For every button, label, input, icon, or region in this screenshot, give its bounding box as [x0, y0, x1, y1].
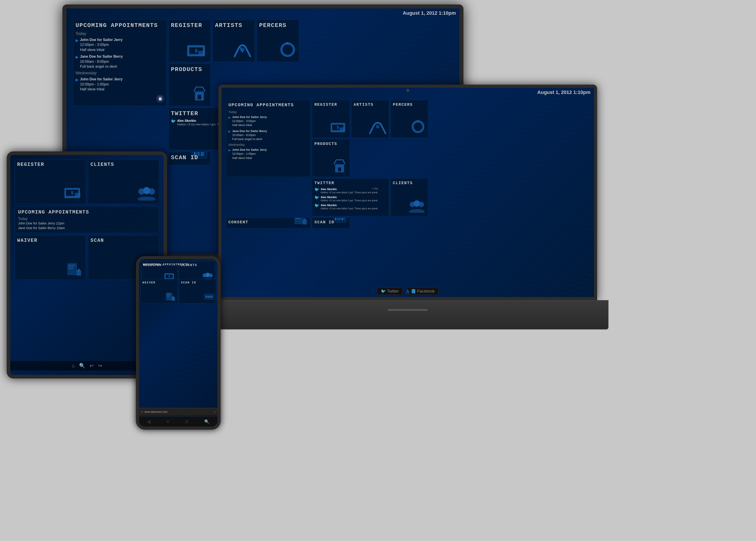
svg-rect-36 [295, 218, 300, 219]
svg-rect-17 [199, 152, 200, 156]
scroll-indicator[interactable]: ∧ [406, 288, 410, 295]
lap-arrow-2: ▶ [228, 130, 231, 133]
tab-register-icon: $ [63, 186, 83, 202]
svg-rect-86 [208, 295, 209, 298]
svg-text:$: $ [168, 275, 170, 278]
tab-appt-title: Upcoming Appointments [18, 210, 156, 215]
tab-register-title: Register [17, 162, 44, 168]
svg-point-24 [376, 125, 379, 129]
lap-register-title: Register [314, 102, 337, 107]
laptop-percers-tile[interactable]: Percers [390, 100, 428, 138]
laptop-products-tile[interactable]: Products [312, 139, 350, 177]
tablet-waiver-tile[interactable]: Waiver [15, 235, 86, 280]
lap-percers-icon [410, 119, 426, 135]
phone-url: www.tattoozen.com [144, 410, 168, 413]
twitter-footer-label: Twitter [387, 289, 399, 294]
appt-item-2: ▶ Jane Doe for Sailor Berry 10:00am - 8:… [76, 54, 123, 69]
monitor-appointments-tile[interactable]: Upcoming Appointments Today ▶ John Doe f… [73, 20, 167, 106]
tablet-register-tile[interactable]: Register $ [15, 160, 86, 204]
percers-title: Percers [259, 22, 287, 29]
tab-forward-icon[interactable]: ↪ [98, 363, 102, 369]
lap-products-title: Products [314, 142, 337, 146]
lap-wednesday: Wednesday [228, 143, 245, 147]
appt-text-1: John Doe for Sailor Jerry 12:00pm - 3:00… [80, 37, 123, 52]
ph-apps-icon[interactable]: □ [186, 419, 188, 424]
appt-item-1: ▶ John Doe for Sailor Jerry 12:00pm - 3:… [76, 37, 123, 52]
percers-icon [279, 41, 297, 59]
svg-text:$: $ [71, 190, 73, 195]
appointments-icon: ⏰ [156, 94, 165, 104]
tablet-appointments-tile[interactable]: Upcoming Appointments Today John Doe for… [15, 206, 159, 233]
svg-rect-57 [68, 267, 74, 267]
svg-rect-42 [337, 218, 338, 221]
tab-scan-title: Scan [90, 238, 104, 243]
ph-home-icon[interactable]: ○ [167, 419, 169, 424]
monitor-timestamp: August 1, 2012 1:10pm [403, 10, 456, 16]
tab-waiver-title: Waiver [17, 238, 37, 243]
lap-appt-3: ▶ John Doe for Sailor Jerry 10:00pm - 1:… [228, 148, 267, 160]
svg-rect-60 [78, 269, 80, 271]
phone-waiver-tile[interactable]: Waiver [140, 279, 178, 303]
lap-tweet-1: 🐦 Alex Skorkin 1 day #tattoo <3 my new t… [314, 187, 378, 194]
phone-scan-tile[interactable]: Scan ID [179, 279, 216, 303]
laptop-consent-tile[interactable]: Consent [226, 218, 311, 229]
lap-tweet-3: 🐦 Alex Skorkin #tattoo <3 my new tattoo … [314, 203, 378, 210]
phone-nav-bar: ◁ ○ □ 🔍 [139, 416, 217, 426]
monitor-percers-tile[interactable]: Percers [257, 20, 299, 62]
laptop-artists-tile[interactable]: Artists [351, 100, 389, 138]
lap-appt-2: ▶ Jane Doe for Sailor Berry 10:00am - 8:… [228, 129, 267, 141]
lap-scan-id-title: Scan ID [314, 220, 334, 225]
scan-title-mon: Scan ID [171, 154, 198, 161]
monitor-scan-tile[interactable]: Scan ID [168, 152, 211, 165]
facebook-footer-btn[interactable]: 📘 Facebook [407, 287, 438, 295]
laptop-clients-tile[interactable]: Clients [390, 178, 428, 216]
phone-browser-bar: ⊕ www.tattoozen.com ≡ [139, 408, 217, 415]
ph-back-icon[interactable]: ◁ [147, 419, 150, 424]
lap-clients-title: Clients [393, 181, 413, 185]
lap-twitter-bird-1: 🐦 [314, 187, 319, 194]
products-title: Products [171, 66, 202, 73]
lap-percers-title: Percers [393, 102, 413, 107]
svg-rect-41 [335, 218, 336, 221]
ph-search-ph-icon[interactable]: 🔍 [204, 419, 209, 424]
twitter-title: Twitter [171, 110, 198, 117]
lap-products-icon [332, 158, 347, 175]
svg-rect-46 [344, 218, 344, 221]
tablet-clients-tile[interactable]: Clients [88, 160, 159, 204]
lap-twitter-bird-2: 🐦 [314, 195, 319, 202]
wednesday-label: Wednesday [76, 71, 97, 76]
svg-rect-23 [340, 127, 345, 131]
svg-point-8 [281, 43, 294, 56]
svg-rect-43 [338, 218, 340, 221]
svg-rect-56 [68, 265, 75, 266]
tab-clients-icon [137, 186, 157, 202]
monitor-products-tile[interactable]: Products [168, 64, 211, 106]
laptop-screen: August 1, 2012 1:10pm Upcoming Appointme… [221, 88, 594, 297]
laptop-twitter-tile[interactable]: Twitter 🐦 Alex Skorkin 1 day #tattoo <3 … [312, 178, 389, 216]
svg-rect-28 [338, 168, 341, 172]
lap-register-icon: $ [330, 121, 347, 135]
lap-appt-1: ▶ John Doe for Sailor Jerry 12:00pm - 3:… [228, 115, 267, 127]
laptop-timestamp: August 1, 2012 1:10pm [537, 90, 590, 95]
laptop-register-tile[interactable]: Register $ [312, 100, 350, 138]
phone-device: Register $ Clients [136, 256, 221, 430]
lap-appt-text-2: Jane Doe for Sailor Berry 10:00am - 8:00… [232, 129, 267, 141]
monitor-register-tile[interactable]: Register $ [168, 20, 211, 62]
svg-point-32 [409, 209, 425, 213]
artists-icon [232, 43, 252, 59]
laptop-scan-id-tile[interactable]: Scan ID [312, 218, 350, 229]
svg-rect-38 [304, 218, 305, 221]
phone-menu-icon[interactable]: ≡ [214, 410, 216, 413]
tab-back-icon[interactable]: ↩ [90, 363, 94, 369]
appointments-title: Upcoming Appointments [76, 22, 158, 29]
monitor-artists-tile[interactable]: Artists [213, 20, 255, 62]
laptop-appointments-tile[interactable]: Upcoming Appointments Today ▶ John Doe f… [226, 100, 311, 177]
svg-text:$: $ [195, 48, 197, 53]
twitter-footer-icon: 🐦 [381, 289, 386, 294]
svg-rect-45 [342, 218, 343, 221]
lap-twitter-bird-3: 🐦 [314, 203, 319, 210]
lap-today: Today [228, 110, 237, 114]
tab-home-icon[interactable]: ⌂ [72, 363, 75, 369]
tab-search-icon[interactable]: 🔍 [79, 363, 85, 369]
twitter-footer-btn[interactable]: 🐦 Twitter [377, 287, 403, 295]
